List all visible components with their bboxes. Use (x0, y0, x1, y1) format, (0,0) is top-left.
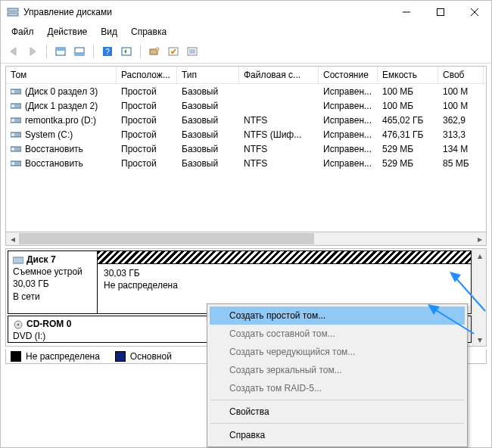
cdrom-drive: DVD (I:) (13, 331, 45, 341)
scroll-thumb[interactable] (19, 233, 314, 244)
svg-text:?: ? (105, 48, 110, 56)
context-menu-item: Создать том RAID-5... (210, 379, 465, 397)
volume-capacity: 100 МБ (378, 86, 438, 97)
swatch-unallocated (11, 351, 21, 362)
svg-rect-9 (75, 52, 84, 55)
disk-kind: Съемное устрой (13, 266, 83, 277)
volume-free: 313,3 (438, 129, 484, 140)
list-button[interactable] (184, 43, 201, 60)
col-type[interactable]: Тип (177, 67, 239, 83)
volume-type: Базовый (177, 129, 239, 140)
volume-icon (11, 159, 21, 168)
volume-layout: Простой (117, 129, 177, 140)
svg-rect-29 (11, 148, 14, 151)
menu-help[interactable]: Справка (125, 25, 173, 39)
close-button[interactable] (457, 1, 491, 23)
legend-unallocated-label: Не распределена (26, 351, 100, 362)
volume-capacity: 100 МБ (378, 101, 438, 111)
scroll-track[interactable] (19, 232, 473, 245)
volume-status: Исправен... (319, 101, 378, 111)
context-menu-help[interactable]: Справка (210, 426, 465, 444)
col-volume[interactable]: Том (6, 67, 117, 83)
settings-button[interactable] (146, 43, 163, 60)
volumes-header: Том Располож... Тип Файловая с... Состоя… (6, 67, 486, 84)
col-capacity[interactable]: Емкость (378, 67, 438, 83)
volume-free: 134 М (438, 144, 484, 154)
minimize-button[interactable] (389, 1, 423, 23)
svg-point-14 (156, 48, 159, 51)
legend-primary: Основной (115, 351, 172, 362)
volume-capacity: 476,31 ГБ (378, 129, 438, 140)
volume-row[interactable]: (Диск 0 раздел 3)ПростойБазовыйИсправен.… (6, 84, 486, 98)
volume-icon (11, 101, 21, 110)
cdrom-name: CD-ROM 0 (26, 319, 71, 329)
disk-size: 30,03 ГБ (13, 278, 49, 289)
svg-rect-7 (56, 48, 65, 51)
help-button[interactable]: ? (99, 43, 116, 60)
volumes-hscrollbar[interactable]: ◂ ▸ (5, 232, 487, 246)
volume-icon (11, 130, 21, 139)
volumes-body: (Диск 0 раздел 3)ПростойБазовыйИсправен.… (6, 84, 486, 232)
volume-fs: NTFS (Шиф... (239, 129, 319, 140)
menu-action[interactable]: Действие (42, 25, 94, 39)
annotation-arrow (425, 300, 478, 338)
svg-rect-3 (437, 9, 444, 16)
toolbar-separator (93, 45, 94, 58)
volume-name: (Диск 1 раздел 2) (25, 101, 98, 111)
svg-rect-1 (8, 13, 18, 16)
disk-online: В сети (13, 291, 40, 302)
volume-free: 85 МБ (438, 158, 484, 169)
menu-file[interactable]: Файл (5, 25, 40, 39)
context-menu-separator (210, 400, 464, 400)
volume-row[interactable]: remontka.pro (D:)ПростойБазовыйNTFSИспра… (6, 113, 486, 127)
toolbar-separator (140, 45, 141, 58)
volume-layout: Простой (117, 101, 177, 111)
partition-size: 30,03 ГБ (104, 267, 465, 279)
check-button[interactable] (165, 43, 182, 60)
scroll-up-icon[interactable]: ▴ (473, 249, 486, 262)
back-button[interactable] (5, 43, 22, 60)
menu-view[interactable]: Вид (95, 25, 123, 39)
volume-row[interactable]: (Диск 1 раздел 2)ПростойБазовыйИсправен.… (6, 98, 486, 113)
volume-layout: Простой (117, 144, 177, 154)
volume-status: Исправен... (319, 129, 378, 140)
col-filesystem[interactable]: Файловая с... (239, 67, 319, 83)
window-controls (389, 1, 491, 23)
context-menu-item: Создать зеркальный том... (210, 361, 465, 379)
svg-rect-25 (11, 119, 14, 122)
view-top-button[interactable] (52, 43, 69, 60)
col-status[interactable]: Состояние (319, 67, 378, 83)
toolbar-separator (46, 45, 47, 58)
maximize-button[interactable] (423, 1, 457, 23)
svg-line-37 (434, 309, 474, 334)
toolbar: ? (1, 42, 491, 64)
refresh-button[interactable] (118, 43, 135, 60)
scroll-right-icon[interactable]: ▸ (473, 232, 486, 245)
volume-status: Исправен... (319, 144, 378, 154)
volume-fs: NTFS (239, 144, 319, 154)
svg-rect-23 (11, 104, 14, 107)
context-menu-properties[interactable]: Свойства (210, 403, 465, 421)
view-bottom-button[interactable] (71, 43, 88, 60)
legend-primary-label: Основной (130, 351, 172, 362)
volume-name: (Диск 0 раздел 3) (25, 86, 98, 97)
col-free[interactable]: Своб (438, 67, 484, 83)
volume-type: Базовый (177, 115, 239, 126)
scroll-left-icon[interactable]: ◂ (6, 232, 19, 245)
context-menu-separator (210, 423, 464, 424)
volume-layout: Простой (117, 86, 177, 97)
partition-state: Не распределена (104, 279, 465, 291)
volume-status: Исправен... (319, 158, 378, 169)
volume-row[interactable]: System (C:)ПростойБазовыйNTFS (Шиф...Исп… (6, 127, 486, 142)
swatch-primary (115, 351, 126, 362)
forward-button[interactable] (24, 43, 41, 60)
volume-type: Базовый (177, 86, 239, 97)
volume-row[interactable]: ВосстановитьПростойБазовыйNTFSИсправен..… (6, 142, 486, 156)
partition-hatch (98, 251, 471, 264)
cdrom-icon (13, 320, 23, 329)
legend-unallocated: Не распределена (11, 351, 100, 362)
volume-row[interactable]: ВосстановитьПростойБазовыйNTFSИсправен..… (6, 156, 486, 170)
col-layout[interactable]: Располож... (117, 67, 177, 83)
svg-rect-31 (11, 162, 14, 165)
volume-type: Базовый (177, 158, 239, 169)
